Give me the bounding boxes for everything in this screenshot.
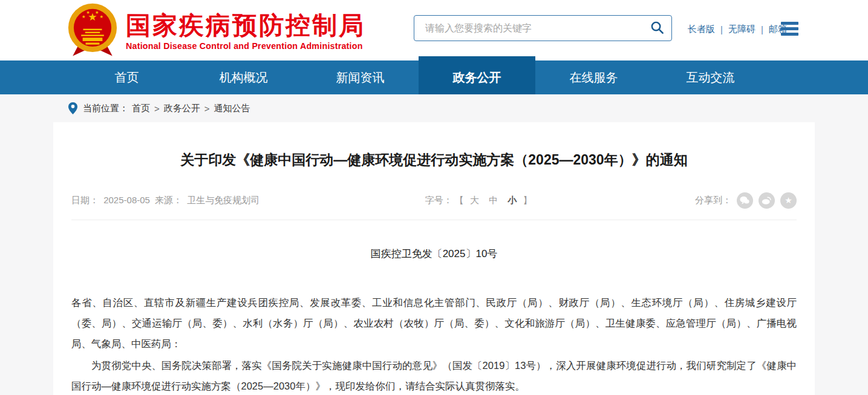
font-size-label: 字号： bbox=[425, 195, 452, 205]
svg-text:★: ★ bbox=[86, 10, 90, 15]
nav-item-online-services[interactable]: 在线服务 bbox=[535, 60, 652, 94]
date-label: 日期： bbox=[71, 195, 99, 205]
quick-links-divider: | bbox=[720, 24, 723, 34]
article-meta: 日期： 2025-08-05 来源： 卫生与免疫规划司 字号： 【 大 中 小 … bbox=[71, 192, 797, 220]
font-size-medium-button[interactable]: 中 bbox=[489, 195, 498, 205]
breadcrumb-gov-disclosure[interactable]: 政务公开 bbox=[164, 103, 200, 114]
font-size-controls: 字号： 【 大 中 小 】 bbox=[425, 195, 532, 206]
search-input[interactable] bbox=[424, 22, 650, 34]
article-meta-left: 日期： 2025-08-05 来源： 卫生与免疫规划司 bbox=[71, 195, 262, 206]
font-size-small-button[interactable]: 小 bbox=[507, 195, 517, 205]
font-size-large-button[interactable]: 大 bbox=[470, 195, 479, 205]
site-logo[interactable]: ★ ★ ★ ★ ★ 国家疾病预防控制局 National Disease Con… bbox=[68, 3, 365, 60]
nav-item-gov-disclosure[interactable]: 政务公开 bbox=[419, 60, 535, 94]
site-name: 国家疾病预防控制局 bbox=[126, 12, 365, 39]
nav-item-interaction[interactable]: 互动交流 bbox=[652, 60, 769, 94]
svg-text:★: ★ bbox=[99, 14, 103, 19]
article-source: 卫生与免疫规划司 bbox=[187, 195, 259, 205]
logo-text: 国家疾病预防控制局 National Disease Control and P… bbox=[126, 12, 365, 50]
nav-item-home[interactable]: 首页 bbox=[68, 60, 185, 94]
search-button[interactable] bbox=[650, 21, 671, 36]
quick-link-accessibility[interactable]: 无障碍 bbox=[728, 24, 755, 35]
breadcrumb: 当前位置： 首页 > 政务公开 > 通知公告 bbox=[0, 94, 868, 122]
share-weibo-icon[interactable] bbox=[759, 192, 775, 209]
site-header: ★ ★ ★ ★ ★ 国家疾病预防控制局 National Disease Con… bbox=[0, 0, 868, 60]
bracket-open: 【 bbox=[455, 195, 464, 205]
search-icon bbox=[650, 21, 664, 36]
breadcrumb-label: 当前位置： bbox=[83, 103, 128, 114]
breadcrumb-home[interactable]: 首页 bbox=[132, 103, 150, 114]
breadcrumb-separator: > bbox=[154, 103, 160, 114]
quick-links: 长者版 | 无障碍 | 邮箱 bbox=[688, 24, 787, 35]
svg-text:★: ★ bbox=[95, 10, 99, 15]
article-paragraph: 各省、自治区、直辖市及新疆生产建设兵团疾控局、发展改革委、工业和信息化主管部门、… bbox=[71, 292, 797, 354]
breadcrumb-separator: > bbox=[204, 103, 210, 114]
article-body: 各省、自治区、直辖市及新疆生产建设兵团疾控局、发展改革委、工业和信息化主管部门、… bbox=[71, 292, 797, 395]
share-label: 分享到： bbox=[695, 195, 731, 206]
quick-links-divider: | bbox=[761, 24, 763, 34]
svg-text:★: ★ bbox=[82, 14, 86, 19]
hamburger-menu-icon[interactable] bbox=[781, 22, 798, 36]
source-label: 来源： bbox=[155, 195, 182, 205]
document-number: 国疾控卫免发〔2025〕10号 bbox=[71, 247, 797, 261]
main-nav: 首页 机构概况 新闻资讯 政务公开 在线服务 互动交流 bbox=[0, 60, 868, 94]
share-favorite-star-icon[interactable]: ★ bbox=[780, 192, 797, 209]
main-area: 当前位置： 首页 > 政务公开 > 通知公告 关于印发《健康中国行动—健康环境促… bbox=[0, 94, 868, 395]
article-title: 关于印发《健康中国行动—健康环境促进行动实施方案（2025—2030年）》的通知 bbox=[71, 151, 797, 169]
share-controls: 分享到： ★ bbox=[695, 192, 797, 209]
nav-item-news[interactable]: 新闻资讯 bbox=[302, 60, 419, 94]
article-paragraph: 为贯彻党中央、国务院决策部署，落实《国务院关于实施健康中国行动的意见》（国发〔2… bbox=[71, 355, 797, 395]
breadcrumb-notices[interactable]: 通知公告 bbox=[214, 103, 250, 114]
article-card: 关于印发《健康中国行动—健康环境促进行动实施方案（2025—2030年）》的通知… bbox=[53, 122, 815, 395]
quick-link-elder-version[interactable]: 长者版 bbox=[688, 24, 715, 35]
search-box bbox=[414, 15, 672, 41]
location-pin-icon bbox=[68, 102, 77, 114]
bracket-close: 】 bbox=[523, 195, 532, 205]
site-name-en: National Disease Control and Prevention … bbox=[126, 41, 365, 51]
article-date: 2025-08-05 bbox=[103, 195, 150, 205]
nav-item-about[interactable]: 机构概况 bbox=[185, 60, 302, 94]
share-wechat-icon[interactable] bbox=[737, 192, 753, 209]
national-emblem-icon: ★ ★ ★ ★ ★ bbox=[68, 3, 117, 60]
